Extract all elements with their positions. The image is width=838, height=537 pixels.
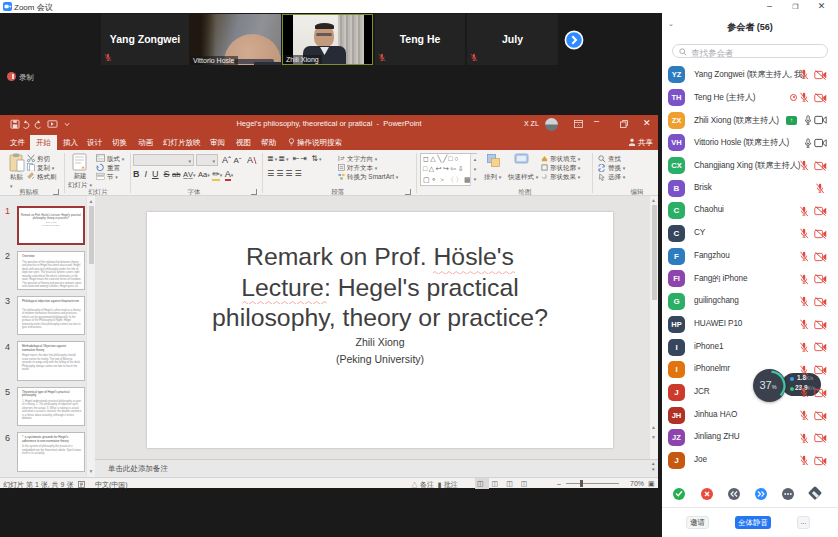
svg-text:A: A	[247, 155, 253, 165]
